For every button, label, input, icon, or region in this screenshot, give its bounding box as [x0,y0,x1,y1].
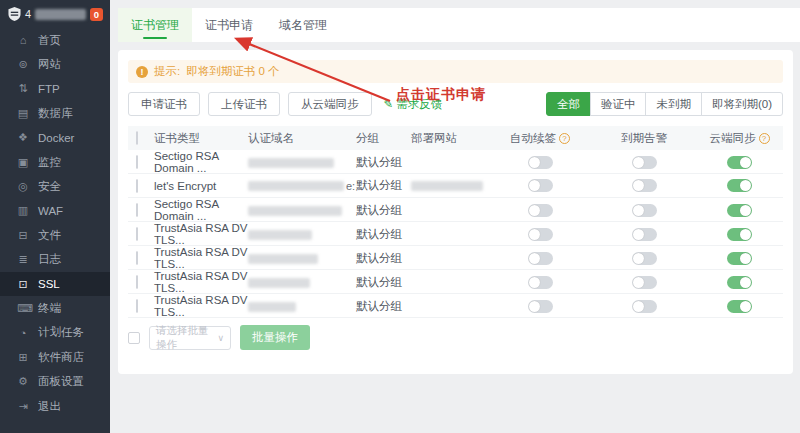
files-icon: ⊟ [17,229,29,242]
cloud-sync-toggle[interactable] [727,204,752,217]
row-checkbox[interactable] [136,179,138,193]
expiry-alert-toggle[interactable] [632,179,657,192]
column-header-label: 证书类型 [154,132,200,144]
auto-renew-toggle[interactable] [528,179,553,192]
sidebar-item-settings[interactable]: ⚙面板设置 [0,369,110,393]
expiry-alert-cell [632,179,657,192]
auto-renew-toggle[interactable] [528,204,553,217]
expiry-alert-cell [632,228,657,241]
sidebar-item-website[interactable]: ⊚网站 [0,52,110,76]
expiry-alert-toggle[interactable] [632,228,657,241]
row-checkbox[interactable] [136,227,138,241]
sidebar-item-database[interactable]: ▤数据库 [0,101,110,125]
sidebar-item-docker[interactable]: ❖Docker [0,126,110,150]
sidebar-item-terminal[interactable]: ⌨终端 [0,296,110,320]
group-cell: 默认分组 [356,155,411,170]
sidebar-item-label: 计划任务 [38,325,84,340]
sidebar-item-label: WAF [38,205,63,217]
cloud-sync-button[interactable]: 从云端同步 [288,92,372,116]
toggle-knob [740,180,751,191]
cloud-sync-cell [727,179,752,192]
toggle-knob [529,157,540,168]
sidebar-item-label: 文件 [38,228,61,243]
sidebar-item-logout[interactable]: ⇥退出 [0,394,110,418]
filter-all[interactable]: 全部 [546,92,591,116]
auto-renew-toggle[interactable] [528,228,553,241]
cert-domain-cell: e: [248,179,356,192]
help-icon[interactable]: ? [559,133,570,144]
redacted-domain [248,230,312,240]
cert-type-cell: TrustAsia RSA DV TLS... [154,270,248,294]
row-checkbox[interactable] [136,251,138,265]
sidebar-item-ssl[interactable]: ⊡SSL [0,272,110,296]
sidebar-item-cron[interactable]: ◔计划任务 [0,321,110,345]
expiry-alert-toggle[interactable] [632,276,657,289]
column-header-label: 自动续签 [510,131,556,146]
cloud-sync-toggle[interactable] [727,179,752,192]
sidebar-item-label: 日志 [38,252,61,267]
settings-icon: ⚙ [17,375,29,388]
toggle-knob [740,229,751,240]
batch-bar: 请选择批量操作 ∨ 批量操作 [128,325,783,350]
upload-cert-button[interactable]: 上传证书 [208,92,280,116]
column-header-label: 到期告警 [621,131,667,146]
sidebar-item-ftp[interactable]: ⇅FTP [0,77,110,101]
panel-header: 4 0 [0,0,110,25]
expiry-alert-toggle[interactable] [632,300,657,313]
expiry-alert-cell [632,156,657,169]
cloud-sync-toggle[interactable] [727,300,752,313]
sidebar-item-label: 数据库 [38,106,73,121]
cloud-sync-toggle[interactable] [727,252,752,265]
sidebar-item-waf[interactable]: ▥WAF [0,199,110,223]
column-header: 证书类型 [154,131,248,146]
cloud-sync-toggle[interactable] [727,276,752,289]
row-checkbox[interactable] [136,299,138,313]
header-checkbox-cell [128,132,154,144]
filter-verifying[interactable]: 验证中 [590,92,647,116]
cloud-sync-cell [727,204,752,217]
help-icon[interactable]: ? [759,133,770,144]
expiry-alert-toggle[interactable] [632,156,657,169]
tab-domain-manage[interactable]: 域名管理 [266,8,340,42]
waf-icon: ▥ [17,204,29,217]
auto-renew-toggle[interactable] [528,156,553,169]
row-checkbox[interactable] [136,275,138,289]
tab-cert-manage[interactable]: 证书管理 [118,8,192,42]
auto-renew-toggle[interactable] [528,252,553,265]
monitor-icon: ▣ [17,156,29,169]
sidebar-item-appstore[interactable]: ⊞软件商店 [0,345,110,369]
select-all-checkbox[interactable] [136,131,138,145]
sidebar-item-files[interactable]: ⊟文件 [0,223,110,247]
expiry-alert-toggle[interactable] [632,252,657,265]
batch-operation-button[interactable]: 批量操作 [240,325,310,350]
row-checkbox-cell [128,204,154,216]
tab-bar: 证书管理证书申请域名管理 [118,8,800,42]
warning-icon: ! [136,66,148,78]
cert-domain-cell [248,276,356,288]
batch-select-all-checkbox[interactable] [128,332,140,344]
auto-renew-toggle[interactable] [528,276,553,289]
sidebar-item-monitor[interactable]: ▣监控 [0,150,110,174]
filter-group: 全部验证中未到期即将到期(0) [546,92,783,116]
cert-type-cell: TrustAsia RSA DV TLS... [154,246,248,270]
notification-badge[interactable]: 0 [90,8,103,21]
ftp-icon: ⇅ [17,82,29,95]
sidebar-item-home[interactable]: ⌂首页 [0,28,110,52]
cloud-sync-toggle[interactable] [727,156,752,169]
auto-renew-cell [528,300,553,313]
panel-title-redacted [35,9,86,20]
sidebar-item-logs[interactable]: ≣日志 [0,248,110,272]
sidebar-item-security[interactable]: ◎安全 [0,174,110,198]
row-checkbox[interactable] [136,155,138,169]
row-checkbox[interactable] [136,203,138,217]
filter-expiring[interactable]: 即将到期(0) [701,92,783,116]
logout-icon: ⇥ [17,400,29,413]
cloud-sync-toggle[interactable] [727,228,752,241]
terminal-icon: ⌨ [17,302,29,315]
batch-operation-select[interactable]: 请选择批量操作 ∨ [149,326,231,350]
auto-renew-toggle[interactable] [528,300,553,313]
apply-cert-button[interactable]: 申请证书 [128,92,200,116]
expiry-alert-toggle[interactable] [632,204,657,217]
filter-not-expired[interactable]: 未到期 [645,92,702,116]
tab-cert-apply[interactable]: 证书申请 [192,8,266,42]
